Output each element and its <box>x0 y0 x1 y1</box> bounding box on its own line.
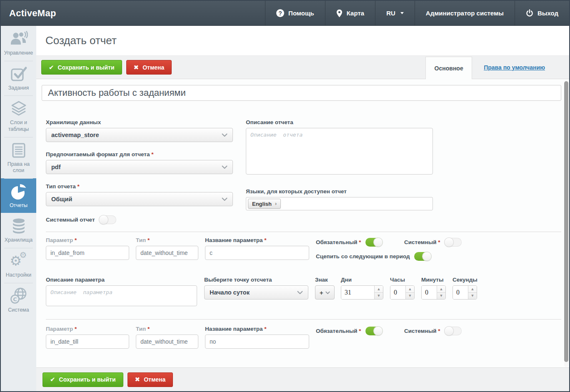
param-description-textarea[interactable] <box>46 285 197 306</box>
system-label: Системный * <box>404 239 440 245</box>
pie-chart-icon <box>2 183 35 200</box>
required-asterisk: * <box>438 328 440 334</box>
sign-select[interactable]: + <box>315 285 335 300</box>
step-down-icon[interactable]: ▼ <box>468 292 477 300</box>
seconds-stepper: ▲▼ <box>452 285 477 300</box>
sidebar-item-tasks[interactable]: Задания <box>1 61 36 96</box>
step-down-icon[interactable]: ▼ <box>406 292 414 300</box>
required-asterisk: * <box>151 151 153 157</box>
report-type-select[interactable]: Общий <box>46 192 233 206</box>
ref-point-label: Выберите точку отсчета <box>204 277 308 283</box>
step-up-icon[interactable]: ▲ <box>375 286 383 292</box>
sidebar-item-settings[interactable]: ⚙⚙ Настройки <box>1 248 36 283</box>
param-type-input[interactable] <box>136 335 198 349</box>
chain-toggle[interactable] <box>414 252 431 261</box>
logout-menu-item[interactable]: Выход <box>515 1 569 25</box>
system-toggle[interactable] <box>445 238 462 247</box>
sidebar-item-storages[interactable]: Хранилища <box>1 213 36 248</box>
sidebar-item-label: Отчеты <box>10 202 28 208</box>
language-dropdown[interactable]: RU <box>375 1 415 25</box>
step-down-icon[interactable]: ▼ <box>375 292 383 300</box>
sidebar-item-label: Хранилища <box>5 237 33 243</box>
required-asterisk: * <box>438 239 440 245</box>
close-icon: ✖ <box>134 64 139 71</box>
language-tag[interactable]: English › <box>248 199 281 209</box>
layers-icon <box>2 100 35 117</box>
system-report-toggle[interactable] <box>99 215 116 224</box>
cancel-button[interactable]: ✖ Отмена <box>126 60 172 75</box>
sidebar-item-system[interactable]: C Система <box>1 283 36 318</box>
sidebar-item-label: Задания <box>8 85 29 91</box>
chain-label: Сцепить со следующим в период <box>316 253 410 260</box>
param-type-label: Тип * <box>136 237 198 243</box>
report-description-textarea[interactable] <box>246 128 433 175</box>
seconds-input[interactable] <box>453 286 468 299</box>
section-divider <box>46 232 561 232</box>
current-user-menu-item[interactable]: Администратор системы <box>415 1 515 25</box>
languages-field[interactable]: English › <box>246 197 433 210</box>
sidebar-item-reports[interactable]: Отчеты <box>1 178 36 213</box>
parameter-detail-row: Описание параметра Выберите точку отсчет… <box>46 277 561 308</box>
required-asterisk: * <box>264 237 266 243</box>
param-name-input[interactable] <box>46 246 129 260</box>
system-report-label: Системный отчет <box>46 217 95 223</box>
save-button-bottom[interactable]: ✔ Сохранить и выйти <box>42 372 123 387</box>
required-asterisk: * <box>75 237 77 243</box>
step-up-icon[interactable]: ▲ <box>406 286 414 292</box>
cancel-button-bottom[interactable]: ✖ Отмена <box>128 372 173 387</box>
format-select[interactable]: pdf <box>46 160 233 174</box>
required-asterisk: * <box>359 239 361 245</box>
scrollbar-thumb[interactable] <box>564 81 568 362</box>
toolbar: ✔ Сохранить и выйти ✖ Отмена Основное Пр… <box>36 56 569 79</box>
report-title-input[interactable] <box>42 85 561 101</box>
chevron-down-icon <box>222 165 228 169</box>
tab-default-rights[interactable]: Права по умолчанию <box>472 56 557 79</box>
step-up-icon[interactable]: ▲ <box>437 286 445 292</box>
hours-stepper: ▲▼ <box>390 285 415 300</box>
help-icon: ? <box>276 9 284 17</box>
param-display-name-input[interactable] <box>205 335 309 349</box>
minutes-input[interactable] <box>422 286 437 299</box>
check-icon: ✔ <box>49 64 54 71</box>
param-description-label: Описание параметра <box>46 277 197 283</box>
param-display-name-label: Название параметра * <box>205 326 309 332</box>
minutes-stepper: ▲▼ <box>421 285 446 300</box>
param-name-label: Параметр * <box>46 326 129 332</box>
topbar-menu: ? Помощь Карта RU Администратор системы <box>265 1 569 25</box>
help-menu-item[interactable]: ? Помощь <box>265 1 325 25</box>
required-toggle[interactable] <box>365 327 382 335</box>
sidebar-item-label: Управление <box>4 50 33 56</box>
required-asterisk: * <box>359 328 361 334</box>
param-type-input[interactable] <box>136 246 198 260</box>
chevron-down-icon <box>222 133 228 137</box>
check-icon: ✔ <box>50 376 55 383</box>
days-stepper: ▲▼ <box>341 285 383 300</box>
hours-input[interactable] <box>390 286 405 299</box>
map-menu-item[interactable]: Карта <box>325 1 375 25</box>
minutes-label: Минуты <box>421 277 446 283</box>
sidebar-item-layers[interactable]: Слои и таблицы <box>1 95 36 137</box>
sidebar: Управление Задания Слои и таблицы Права … <box>1 26 36 391</box>
topbar: ActiveMap ? Помощь Карта RU Администрато… <box>1 1 569 26</box>
chevron-down-icon <box>400 12 404 14</box>
step-up-icon[interactable]: ▲ <box>468 286 477 292</box>
required-toggle[interactable] <box>365 238 382 247</box>
database-icon <box>2 217 35 235</box>
sidebar-item-layer-rights[interactable]: Права на слои <box>1 137 36 178</box>
sidebar-item-management[interactable]: Управление <box>1 26 36 61</box>
sidebar-item-label: Настройки <box>6 272 31 278</box>
system-report-row: Системный отчет <box>46 215 233 224</box>
storage-select[interactable]: activemap_store <box>46 128 233 142</box>
param-display-name-input[interactable] <box>205 246 309 260</box>
param-name-input[interactable] <box>46 335 129 349</box>
days-input[interactable] <box>341 286 374 299</box>
power-icon <box>526 9 533 17</box>
chevron-down-icon <box>222 197 228 201</box>
save-button[interactable]: ✔ Сохранить и выйти <box>41 60 122 75</box>
language-label: RU <box>386 10 395 17</box>
tab-bar: Основное Права по умолчанию <box>425 56 557 79</box>
system-toggle[interactable] <box>445 327 462 335</box>
tab-main[interactable]: Основное <box>425 57 472 79</box>
ref-point-select[interactable]: Начало суток <box>204 285 308 300</box>
step-down-icon[interactable]: ▼ <box>437 292 445 300</box>
